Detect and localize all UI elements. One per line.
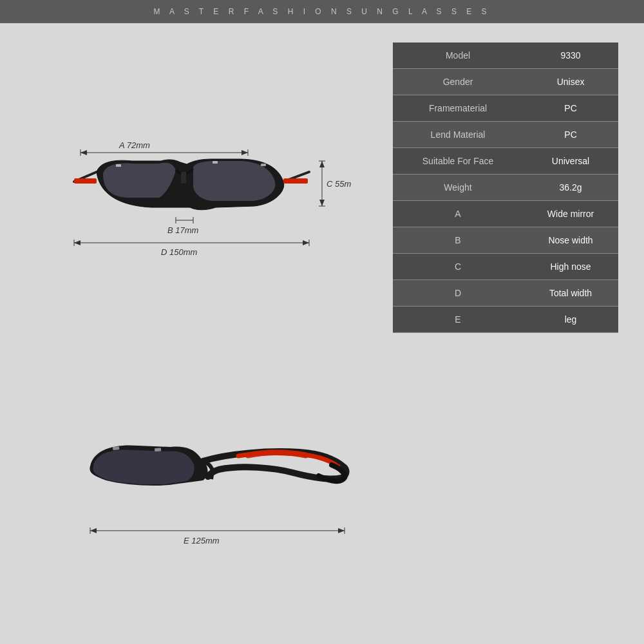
spec-label: Lend Material [393,122,523,148]
svg-marker-19 [74,240,80,245]
front-view-section: A 72mm [26,43,380,334]
table-row: Eleg [393,307,618,333]
svg-marker-33 [90,528,97,533]
specs-table: Model9330GenderUnisexFramematerialPCLend… [393,43,618,333]
svg-text:A 72mm: A 72mm [118,140,150,150]
spec-label: Framematerial [393,95,523,122]
brand-name: M A S T E R F A S H I O N S U N G L A S … [153,7,490,16]
spec-value: High nose [523,254,618,280]
svg-marker-26 [319,200,325,206]
table-row: Weight36.2g [393,175,618,201]
table-row: AWide mirror [393,201,618,227]
table-row: Model9330 [393,43,618,69]
svg-text:C 55mm: C 55mm [327,179,351,189]
front-glasses-diagram: A 72mm [55,117,351,259]
spec-value: Nose width [523,227,618,254]
spec-label: A [393,201,523,227]
svg-rect-6 [181,172,186,184]
side-view-section: E 125mm [26,334,380,625]
table-row: FramematerialPC [393,95,618,122]
svg-marker-25 [319,161,325,167]
svg-text:B 17mm: B 17mm [167,225,199,235]
spec-value: Total width [523,280,618,307]
spec-label: Model [393,43,523,69]
svg-rect-10 [213,161,218,164]
main-content: A 72mm [0,23,644,644]
side-glasses-diagram: E 125mm [55,415,351,544]
svg-rect-29 [155,448,161,451]
svg-text:D 150mm: D 150mm [161,247,198,257]
svg-rect-11 [261,164,266,166]
spec-value: Wide mirror [523,201,618,227]
svg-marker-34 [338,528,345,533]
svg-marker-4 [242,150,248,155]
table-row: Lend MaterialPC [393,122,618,148]
spec-label: C [393,254,523,280]
spec-value: Unisex [523,69,618,95]
left-panel: A 72mm [26,43,380,625]
table-row: DTotal width [393,280,618,307]
spec-value: leg [523,307,618,333]
spec-label: Gender [393,69,523,95]
spec-label: D [393,280,523,307]
svg-marker-3 [80,150,87,155]
specs-panel: Model9330GenderUnisexFramematerialPCLend… [393,43,618,625]
svg-rect-7 [74,178,97,184]
table-row: CHigh nose [393,254,618,280]
spec-value: PC [523,122,618,148]
table-row: BNose width [393,227,618,254]
spec-value: 9330 [523,43,618,69]
spec-value: 36.2g [523,175,618,201]
spec-label: E [393,307,523,333]
spec-value: PC [523,95,618,122]
svg-rect-28 [113,446,119,450]
spec-label: Suitable For Face [393,148,523,175]
svg-rect-9 [116,164,121,167]
table-row: GenderUnisex [393,69,618,95]
top-bar: M A S T E R F A S H I O N S U N G L A S … [0,0,644,23]
spec-label: B [393,227,523,254]
table-row: Suitable For FaceUniversal [393,148,618,175]
svg-text:E 125mm: E 125mm [184,536,220,545]
spec-label: Weight [393,175,523,201]
svg-rect-8 [283,178,308,184]
spec-value: Universal [523,148,618,175]
svg-marker-20 [303,240,309,245]
